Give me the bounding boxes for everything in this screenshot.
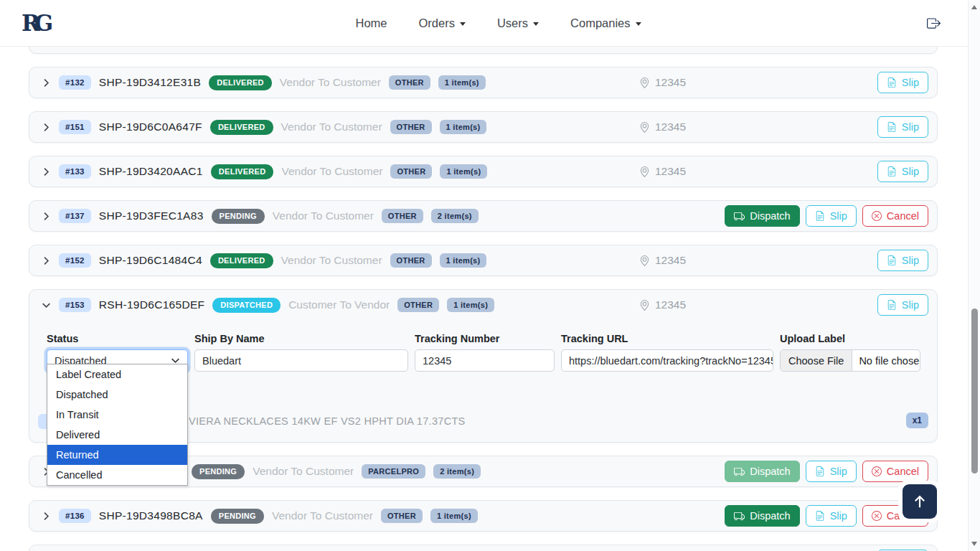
shipment-row-header[interactable]: #133SHP-19D3420AAC1DELIVEREDVendor To Cu…	[29, 156, 937, 187]
items-count-badge: 2 item(s)	[433, 464, 481, 479]
scrollbar-thumb[interactable]	[971, 309, 978, 474]
location-pin-icon	[639, 122, 650, 133]
nav-item-home[interactable]: Home	[355, 17, 387, 30]
status-label: Status	[47, 333, 188, 344]
location-indicator: 12345	[639, 165, 686, 178]
dropdown-option-delivered[interactable]: Delivered	[47, 425, 187, 445]
truck-icon	[734, 466, 745, 477]
shipment-row-header[interactable]: #137SHP-19D3FEC1A83PENDINGVendor To Cust…	[29, 201, 937, 231]
nav-item-companies[interactable]: Companies	[570, 17, 641, 30]
ship-by-value: Bluedart	[202, 355, 241, 367]
dropdown-option-in-transit[interactable]: In Transit	[47, 405, 187, 425]
shipment-direction: Customer To Vendor	[288, 298, 390, 311]
cancel-button[interactable]: Cancel	[862, 205, 928, 227]
tracking-url-input[interactable]: https://bluedart.com/tracking?trackNo=12…	[561, 349, 773, 372]
collapse-chevron[interactable]	[42, 301, 51, 310]
location-pin-icon	[639, 300, 650, 311]
ship-by-field-group: Ship By Name Bluedart	[194, 333, 408, 372]
status-badge: PENDING	[192, 464, 245, 479]
tracking-number-label: Tracking Number	[415, 333, 555, 344]
shipment-id-badge: #153	[59, 298, 91, 312]
tracking-number-value: 12345	[423, 355, 451, 367]
partial-shipment-card	[29, 47, 938, 54]
shipment-code: SHP-19D3FEC1A83	[99, 209, 204, 222]
shipment-row-header[interactable]: #132SHP-19D3412E31BDELIVEREDVendor To Cu…	[29, 67, 937, 98]
slip-button[interactable]: Slip	[877, 294, 928, 316]
vertical-scrollbar[interactable]	[968, 0, 980, 551]
cancel-button[interactable]: Cancel	[862, 461, 928, 482]
cancel-button-label: Cancel	[887, 210, 919, 222]
expand-chevron[interactable]	[42, 123, 51, 132]
slip-button[interactable]: Slip	[877, 116, 928, 138]
row-actions: Slip	[877, 116, 928, 138]
items-count-badge: 1 item(s)	[440, 253, 487, 268]
shipment-id-badge: #137	[59, 209, 91, 223]
dropdown-option-dispatched[interactable]: Dispatched	[47, 385, 187, 405]
dispatch-button[interactable]: Dispatch	[725, 505, 799, 527]
status-badge: PENDING	[211, 509, 264, 524]
slip-button[interactable]: Slip	[806, 505, 857, 527]
slip-button[interactable]: Slip	[877, 72, 928, 93]
document-icon	[887, 300, 897, 310]
document-icon	[887, 77, 897, 88]
file-input[interactable]: Choose File No file chosen	[780, 349, 920, 372]
dispatch-button[interactable]: Dispatch	[725, 205, 799, 227]
sign-out-icon	[927, 17, 941, 30]
expand-chevron[interactable]	[42, 512, 51, 521]
tracking-number-input[interactable]: 12345	[415, 349, 555, 372]
scrollbar-up-arrow[interactable]	[971, 5, 977, 9]
location-indicator: 12345	[639, 298, 686, 311]
document-icon	[815, 511, 825, 521]
navbar: RG Home Orders Users Companies	[0, 0, 968, 47]
scroll-to-top-button[interactable]	[903, 484, 937, 519]
carrier-badge: OTHER	[382, 209, 423, 223]
slip-button[interactable]: Slip	[877, 161, 928, 182]
scrollbar-down-arrow[interactable]	[971, 542, 977, 546]
carrier-badge: OTHER	[397, 298, 439, 312]
shipment-code: SHP-19D3420AAC1	[99, 165, 203, 178]
slip-button[interactable]: Slip	[806, 461, 857, 482]
chevron-right-icon	[42, 256, 51, 265]
shipment-row-header[interactable]: #136SHP-19D3498BC8APENDINGVendor To Cust…	[29, 501, 937, 531]
slip-button[interactable]: Slip	[806, 205, 857, 227]
ship-by-label: Ship By Name	[194, 333, 408, 344]
shipment-row-header[interactable]: #153RSH-19D6C165DEFDISPATCHEDCustomer To…	[29, 290, 937, 320]
expand-chevron[interactable]	[42, 256, 51, 265]
dropdown-option-returned[interactable]: Returned	[47, 445, 187, 465]
chevron-right-icon	[42, 512, 51, 521]
expand-chevron[interactable]	[42, 167, 51, 176]
dropdown-option-cancelled[interactable]: Cancelled	[47, 465, 187, 485]
choose-file-button[interactable]: Choose File	[781, 350, 852, 371]
location-value: 12345	[655, 121, 686, 133]
brand-logo[interactable]: RG	[22, 10, 55, 36]
nav-menu: Home Orders Users Companies	[355, 17, 641, 30]
shipment-direction: Vendor To Customer	[273, 209, 374, 222]
upload-label: Upload Label	[780, 333, 920, 344]
carrier-badge: PARCELPRO	[362, 464, 425, 479]
location-indicator: 12345	[639, 76, 686, 89]
items-count-badge: 1 item(s)	[438, 75, 486, 90]
location-value: 12345	[655, 254, 686, 267]
logout-button[interactable]	[927, 17, 941, 30]
cancel-x-circle-icon	[872, 466, 882, 476]
cancel-x-circle-icon	[872, 211, 882, 221]
dispatch-button[interactable]: Dispatch	[725, 461, 799, 482]
shipment-row-header[interactable]: #139SHP-19D42DAE87DDELIVEREDVendor To Cu…	[29, 545, 937, 551]
expand-chevron[interactable]	[42, 212, 51, 221]
chevron-right-icon	[42, 123, 51, 132]
dropdown-option-label-created[interactable]: Label Created	[47, 364, 187, 385]
shipment-row-header[interactable]: #152SHP-19D6C1484C4DELIVEREDVendor To Cu…	[29, 245, 937, 276]
tracking-url-value: https://bluedart.com/tracking?trackNo=12…	[569, 355, 773, 367]
file-status-text: No file chosen	[852, 355, 920, 367]
location-indicator: 12345	[639, 121, 686, 133]
chevron-down-icon	[533, 22, 539, 26]
status-badge: DELIVERED	[211, 164, 274, 179]
ship-by-input[interactable]: Bluedart	[194, 349, 408, 372]
dispatch-button-label: Dispatch	[750, 510, 790, 522]
nav-item-users[interactable]: Users	[497, 17, 539, 30]
slip-button[interactable]: Slip	[877, 250, 928, 271]
carrier-badge: OTHER	[390, 120, 432, 134]
expand-chevron[interactable]	[42, 78, 51, 88]
shipment-row-header[interactable]: #151SHP-19D6C0A647FDELIVEREDVendor To Cu…	[29, 112, 937, 142]
nav-item-orders[interactable]: Orders	[419, 17, 466, 30]
